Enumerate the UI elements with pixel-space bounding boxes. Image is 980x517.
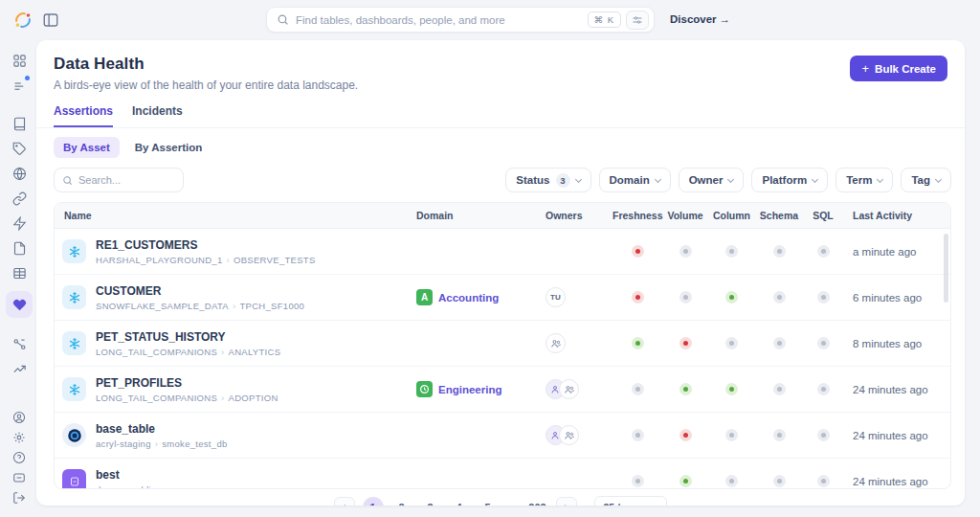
filter-platform[interactable]: Platform: [751, 168, 828, 192]
search-icon: [277, 13, 289, 26]
sidebar-item-lineage[interactable]: [7, 331, 32, 356]
domain-avatar: A: [416, 289, 433, 305]
clock-icon: [419, 384, 430, 394]
sidebar-item-apps[interactable]: [7, 48, 32, 73]
tab-incidents[interactable]: Incidents: [132, 104, 183, 127]
schema-status-dot: [773, 245, 786, 258]
domain-link[interactable]: Engineering: [438, 384, 501, 395]
next-page-button[interactable]: [556, 497, 577, 506]
table-row[interactable]: RE1_CUSTOMERSHARSHAL_PLAYGROUND_1›OBSERV…: [55, 229, 950, 275]
last-activity: 24 minutes ago: [843, 384, 950, 395]
global-search-input[interactable]: [296, 14, 588, 26]
sidebar-item-datasets[interactable]: [7, 260, 32, 285]
asset-name[interactable]: CUSTOMER: [96, 284, 304, 298]
group-icon: [550, 338, 562, 349]
volume-status-dot: [679, 337, 692, 349]
sidebar-item-tags[interactable]: [7, 136, 32, 161]
sidebar-item-links[interactable]: [7, 186, 32, 211]
asset-path: LONG_TAIL_COMPANIONS›ANALYTICS: [96, 347, 280, 357]
sidebar-item-analytics[interactable]: [7, 356, 32, 381]
bulk-create-button[interactable]: + Bulk Create: [850, 56, 947, 81]
logout-icon[interactable]: [9, 487, 30, 507]
sidebar-item-queries[interactable]: [7, 211, 32, 236]
page-ellipsis[interactable]: ···: [506, 502, 520, 506]
screen: ⌘ K Discover→ Dat: [0, 0, 980, 517]
sidebar-item-tasks[interactable]: [7, 73, 32, 98]
page-button[interactable]: 1: [363, 497, 384, 506]
search-filters-button[interactable]: [626, 11, 649, 30]
freshness-status-dot: [632, 429, 644, 441]
table-row[interactable]: bestdemo›public 24 minutes ago: [55, 459, 950, 489]
tab-assertions[interactable]: Assertions: [54, 104, 113, 127]
col-freshness[interactable]: Freshness: [612, 210, 662, 221]
col-last-activity[interactable]: Last Activity: [843, 210, 950, 221]
owner-avatar[interactable]: TU: [546, 287, 566, 307]
table-row[interactable]: CUSTOMERSNOWFLAKE_SAMPLE_DATA›TPCH_SF100…: [55, 275, 950, 321]
table-search[interactable]: [54, 168, 184, 192]
asset-name[interactable]: RE1_CUSTOMERS: [96, 238, 316, 252]
volume-status-dot: [679, 383, 692, 395]
owner-group-avatar[interactable]: [559, 379, 579, 399]
discover-link[interactable]: Discover→: [670, 13, 730, 25]
page-size-select[interactable]: 25 / page: [594, 496, 668, 506]
tab-bar: Assertions Incidents: [36, 104, 965, 128]
settings-gear-icon[interactable]: [9, 427, 30, 447]
asset-name[interactable]: PET_PROFILES: [96, 376, 278, 390]
table-row[interactable]: PET_STATUS_HISTORYLONG_TAIL_COMPANIONS›A…: [55, 321, 950, 367]
col-volume[interactable]: Volume: [662, 210, 708, 221]
sidebar-item-glossary[interactable]: [7, 111, 32, 136]
page-button[interactable]: 2: [391, 497, 412, 506]
profile-icon[interactable]: [9, 407, 30, 427]
page-button[interactable]: 4: [449, 497, 470, 506]
chevron-down-icon: [812, 175, 818, 182]
schema-status-dot: [773, 291, 786, 303]
col-domain[interactable]: Domain: [407, 210, 536, 221]
sidebar-item-docs[interactable]: [7, 236, 32, 260]
freshness-status-dot: [632, 383, 644, 395]
sliders-icon: [632, 14, 643, 26]
col-schema[interactable]: Schema: [755, 210, 803, 221]
filter-status[interactable]: Status3: [505, 168, 590, 192]
last-activity: 24 minutes ago: [843, 430, 950, 441]
sql-status-dot: [817, 429, 830, 441]
help-icon[interactable]: [9, 447, 30, 467]
snowflake-platform-icon: [62, 331, 86, 355]
sidebar-item-domains[interactable]: [7, 161, 32, 186]
owner-group-avatar[interactable]: [559, 425, 579, 445]
asset-name[interactable]: base_table: [96, 422, 228, 436]
app-logo-icon[interactable]: [12, 10, 33, 31]
heart-icon: [12, 298, 27, 312]
subtab-by-asset[interactable]: By Asset: [54, 137, 120, 158]
table-row[interactable]: PET_PROFILESLONG_TAIL_COMPANIONS›ADOPTIO…: [55, 367, 950, 413]
col-name[interactable]: Name: [55, 210, 407, 221]
filter-tag[interactable]: Tag: [901, 168, 951, 192]
filter-domain[interactable]: Domain: [599, 168, 671, 192]
page-button[interactable]: 3: [420, 497, 441, 506]
asset-name[interactable]: best: [96, 468, 156, 482]
schema-status-dot: [773, 337, 786, 349]
page-button-last[interactable]: 202: [527, 497, 548, 506]
col-sql[interactable]: SQL: [803, 210, 843, 221]
global-search[interactable]: ⌘ K: [266, 7, 655, 33]
asset-name[interactable]: PET_STATUS_HISTORY: [96, 330, 280, 344]
owner-group-avatar[interactable]: [546, 333, 566, 353]
col-column[interactable]: Column: [708, 210, 755, 221]
schema-status-dot: [773, 383, 786, 395]
col-owners[interactable]: Owners: [536, 210, 612, 221]
table-row[interactable]: base_tableacryl-staging›smoke_test_db 24…: [55, 413, 950, 459]
sidebar-collapse-icon[interactable]: [42, 11, 59, 29]
sidebar-item-data-health[interactable]: [6, 291, 33, 318]
acryl-platform-icon: [62, 423, 86, 447]
subtab-by-assertion[interactable]: By Assertion: [125, 137, 212, 158]
table-toolbar: Status3 Domain Owner Platform Term Tag: [36, 166, 965, 202]
feedback-icon[interactable]: [9, 467, 30, 487]
domain-link[interactable]: Accounting: [438, 292, 499, 303]
table-search-input[interactable]: [78, 174, 175, 186]
prev-page-button[interactable]: [334, 497, 355, 506]
table-scrollbar[interactable]: [944, 234, 948, 303]
filter-term[interactable]: Term: [835, 168, 893, 192]
page-button[interactable]: 5: [478, 497, 499, 506]
asset-path: LONG_TAIL_COMPANIONS›ADOPTION: [96, 393, 278, 403]
sql-status-dot: [817, 337, 830, 349]
filter-owner[interactable]: Owner: [679, 168, 745, 192]
